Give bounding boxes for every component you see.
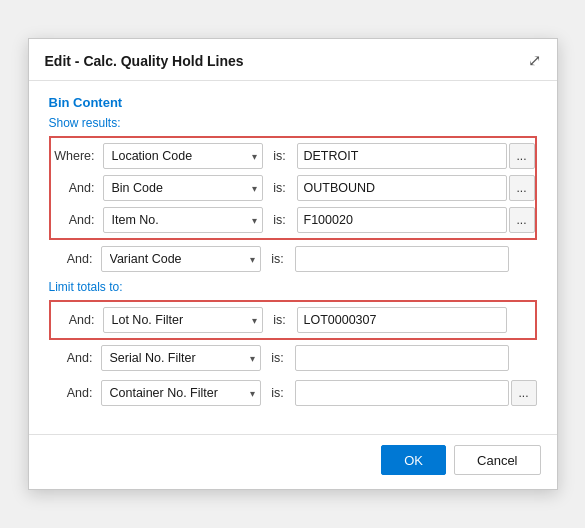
bin-code-ellipsis-button[interactable]: ... (509, 175, 535, 201)
container-ellipsis-button[interactable]: ... (511, 380, 537, 406)
and1-is-label: is: (271, 181, 289, 195)
location-code-dropdown[interactable]: Location Code Bin Code Item No. Variant … (103, 143, 263, 169)
lot-filter-dropdown[interactable]: Lot No. Filter Serial No. Filter Contain… (103, 307, 263, 333)
where-is-label: is: (271, 149, 289, 163)
dialog: Edit - Calc. Quality Hold Lines ⤢ Bin Co… (28, 38, 558, 490)
bin-code-dropdown-wrap: Location Code Bin Code Item No. Variant … (103, 175, 263, 201)
container-filter-dropdown[interactable]: Lot No. Filter Serial No. Filter Contain… (101, 380, 261, 406)
location-code-dropdown-wrap: Location Code Bin Code Item No. Variant … (103, 143, 263, 169)
bin-code-value-input[interactable] (297, 175, 507, 201)
container-value-input[interactable] (295, 380, 509, 406)
variant-code-value-input[interactable] (295, 246, 509, 272)
show-results-label: Show results: (49, 116, 537, 130)
section-bin-content: Bin Content (49, 95, 537, 110)
serial-is-label: is: (269, 351, 287, 365)
item-no-dropdown-wrap: Location Code Bin Code Item No. Variant … (103, 207, 263, 233)
expand-icon[interactable]: ⤢ (528, 51, 541, 70)
dialog-title: Edit - Calc. Quality Hold Lines (45, 53, 244, 69)
container-filter-dropdown-wrap: Lot No. Filter Serial No. Filter Contain… (101, 380, 261, 406)
where-value-wrap: ... (297, 143, 535, 169)
where-row: Where: Location Code Bin Code Item No. V… (51, 140, 535, 172)
and1-row: And: Location Code Bin Code Item No. Var… (51, 172, 535, 204)
limit-totals-group: And: Lot No. Filter Serial No. Filter Co… (49, 300, 537, 340)
serial-filter-dropdown[interactable]: Lot No. Filter Serial No. Filter Contain… (101, 345, 261, 371)
lot-value-input[interactable] (297, 307, 507, 333)
container-label: And: (49, 386, 101, 400)
item-no-value-input[interactable] (297, 207, 507, 233)
where-value-input[interactable] (297, 143, 507, 169)
item-no-ellipsis-button[interactable]: ... (509, 207, 535, 233)
and3-is-label: is: (269, 252, 287, 266)
ok-button[interactable]: OK (381, 445, 446, 475)
item-no-dropdown[interactable]: Location Code Bin Code Item No. Variant … (103, 207, 263, 233)
container-row: And: Lot No. Filter Serial No. Filter Co… (49, 379, 537, 407)
serial-filter-dropdown-wrap: Lot No. Filter Serial No. Filter Contain… (101, 345, 261, 371)
container-value-wrap: ... (295, 380, 537, 406)
lot-row: And: Lot No. Filter Serial No. Filter Co… (51, 304, 535, 336)
serial-row: And: Lot No. Filter Serial No. Filter Co… (49, 344, 537, 372)
and2-value-wrap: ... (297, 207, 535, 233)
and1-label: And: (51, 181, 103, 195)
bin-code-dropdown[interactable]: Location Code Bin Code Item No. Variant … (103, 175, 263, 201)
and2-row: And: Location Code Bin Code Item No. Var… (51, 204, 535, 236)
dialog-footer: OK Cancel (29, 434, 557, 489)
variant-code-dropdown[interactable]: Location Code Bin Code Item No. Variant … (101, 246, 261, 272)
dialog-header: Edit - Calc. Quality Hold Lines ⤢ (29, 39, 557, 81)
where-label: Where: (51, 149, 103, 163)
serial-value-wrap (295, 345, 537, 371)
serial-label: And: (49, 351, 101, 365)
lot-label: And: (51, 313, 103, 327)
and3-label: And: (49, 252, 101, 266)
and2-is-label: is: (271, 213, 289, 227)
limit-totals-label: Limit totals to: (49, 280, 537, 294)
lot-value-wrap (297, 307, 535, 333)
cancel-button[interactable]: Cancel (454, 445, 540, 475)
and1-value-wrap: ... (297, 175, 535, 201)
serial-value-input[interactable] (295, 345, 509, 371)
container-is-label: is: (269, 386, 287, 400)
lot-is-label: is: (271, 313, 289, 327)
and3-value-wrap (295, 246, 537, 272)
and3-row: And: Location Code Bin Code Item No. Var… (49, 245, 537, 273)
where-ellipsis-button[interactable]: ... (509, 143, 535, 169)
show-results-group: Where: Location Code Bin Code Item No. V… (49, 136, 537, 240)
and2-label: And: (51, 213, 103, 227)
limit-totals-section: Limit totals to: And: Lot No. Filter Ser… (49, 280, 537, 407)
variant-code-dropdown-wrap: Location Code Bin Code Item No. Variant … (101, 246, 261, 272)
dialog-body: Bin Content Show results: Where: Locatio… (29, 81, 557, 424)
lot-filter-dropdown-wrap: Lot No. Filter Serial No. Filter Contain… (103, 307, 263, 333)
